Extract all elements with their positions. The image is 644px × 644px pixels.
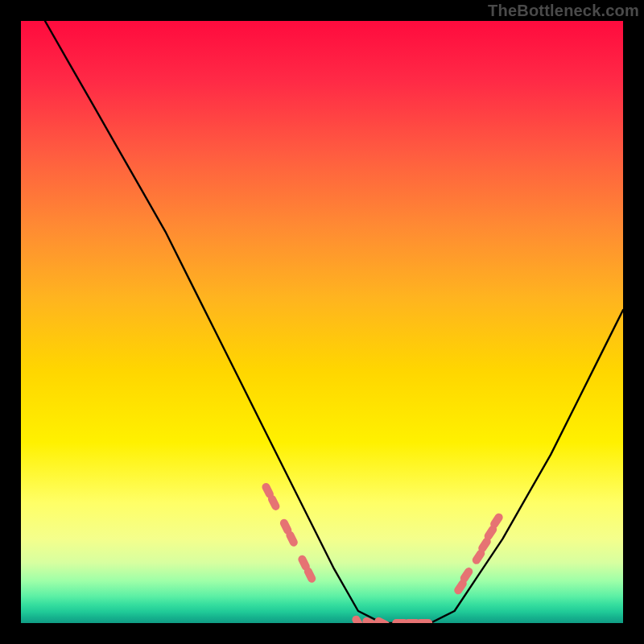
outer-frame: TheBottleneck.com xyxy=(0,0,644,644)
bottleneck-curve xyxy=(45,21,623,623)
chart-svg xyxy=(21,21,623,623)
plot-area xyxy=(21,21,623,623)
data-marker xyxy=(374,616,391,623)
curve-path xyxy=(45,21,623,623)
data-marker xyxy=(416,619,432,623)
marker-group xyxy=(261,481,505,623)
watermark-text: TheBottleneck.com xyxy=(488,2,639,20)
